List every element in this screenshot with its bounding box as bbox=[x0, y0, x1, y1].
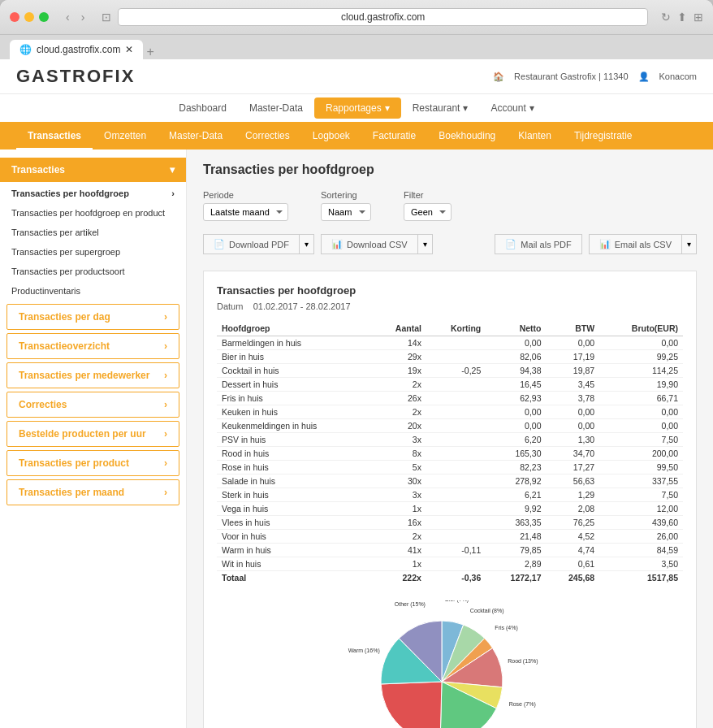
address-bar[interactable] bbox=[118, 8, 648, 26]
restaurant-info[interactable]: Restaurant Gastrofix | 11340 bbox=[514, 72, 628, 81]
sidebar-per-product[interactable]: Transacties per product › bbox=[6, 450, 179, 476]
subnav-omzetten[interactable]: Omzetten bbox=[93, 124, 158, 150]
sidebar-productinventaris-label: Productinventaris bbox=[11, 286, 80, 296]
sidebar-productinventaris[interactable]: Productinventaris bbox=[0, 281, 186, 301]
action-bar: 📄 Download PDF ▾ 📊 Download CSV ▾ bbox=[203, 234, 697, 254]
cell-netto: 79,85 bbox=[486, 544, 546, 557]
sidebar-per-supergroep[interactable]: Transacties per supergroep bbox=[0, 242, 186, 262]
cell-name: PSV in huis bbox=[217, 433, 373, 447]
maximize-dot[interactable] bbox=[39, 12, 49, 22]
sidebar-per-artikel[interactable]: Transacties per artikel bbox=[0, 223, 186, 242]
subnav-master-data[interactable]: Master-Data bbox=[158, 124, 234, 150]
nav-master-data[interactable]: Master-Data bbox=[238, 98, 314, 119]
nav-dashboard[interactable]: Dashboard bbox=[167, 98, 238, 119]
sidebar-correcties-arrow: › bbox=[164, 399, 167, 410]
filter-select[interactable]: Geen bbox=[404, 203, 452, 221]
sidebar-per-maand[interactable]: Transacties per maand › bbox=[6, 479, 179, 505]
sidebar-per-hoofdgroep[interactable]: Transacties per hoofdgroep › bbox=[0, 184, 186, 203]
pie-chart-container: Bier (7%)Cocktail (8%)Fris (4%)Rood (13%… bbox=[217, 600, 683, 728]
close-dot[interactable] bbox=[10, 12, 19, 22]
subnav-klanten[interactable]: Klanten bbox=[507, 124, 563, 150]
sidebar-per-productsoort[interactable]: Transacties per productsoort bbox=[0, 262, 186, 281]
subnav-facturatie[interactable]: Facturatie bbox=[361, 124, 427, 150]
table-row: Vega in huis 1x 9,92 2,08 12,00 bbox=[217, 502, 683, 516]
cell-bruto: 3,50 bbox=[599, 557, 683, 571]
content-area: Transacties ▾ Transacties per hoofdgroep… bbox=[0, 150, 713, 728]
table-row: Dessert in huis 2x 16,45 3,45 19,90 bbox=[217, 378, 683, 392]
sidebar-correcties[interactable]: Correcties › bbox=[6, 392, 179, 418]
cell-bruto: 200,00 bbox=[599, 447, 683, 461]
add-tab-button[interactable]: + bbox=[146, 45, 153, 59]
cell-name: Voor in huis bbox=[217, 530, 373, 544]
cell-aantal: 26x bbox=[373, 392, 426, 405]
cell-korting bbox=[426, 516, 486, 530]
cell-btw: 4,74 bbox=[547, 544, 600, 557]
minimize-dot[interactable] bbox=[24, 12, 34, 22]
email-csv-arrow[interactable]: ▾ bbox=[682, 234, 697, 254]
back-button[interactable]: ‹ bbox=[62, 9, 74, 25]
sidebar-correcties-label: Correcties bbox=[19, 399, 67, 410]
cell-aantal: 3x bbox=[373, 433, 426, 447]
filter-row: Periode Laatste maand Sortering Naam Fil… bbox=[203, 190, 697, 221]
cell-aantal: 20x bbox=[373, 419, 426, 433]
cell-bruto: 439,60 bbox=[599, 516, 683, 530]
pie-label: Other (15%) bbox=[395, 601, 426, 608]
sidebar-per-dag-label: Transacties per dag bbox=[19, 311, 110, 323]
subnav-correcties[interactable]: Correcties bbox=[234, 124, 301, 150]
cell-name: Keuken in huis bbox=[217, 405, 373, 419]
cell-korting bbox=[426, 392, 486, 405]
subnav-boekhouding[interactable]: Boekhouding bbox=[427, 124, 507, 150]
periode-select[interactable]: Laatste maand bbox=[203, 203, 288, 221]
col-netto: Netto bbox=[486, 321, 546, 336]
sidebar-per-medewerker[interactable]: Transacties per medewerker › bbox=[6, 362, 179, 388]
pie-label: Cocktail (8%) bbox=[470, 608, 504, 614]
reader-view-button[interactable]: ⊡ bbox=[102, 11, 111, 24]
subnav-tijdregistratie[interactable]: Tijdregistratie bbox=[563, 124, 644, 150]
email-csv-button[interactable]: 📊 Email als CSV bbox=[589, 234, 682, 254]
page-title: Transacties per hoofdgroep bbox=[203, 162, 697, 177]
sidebar-per-artikel-label: Transacties per artikel bbox=[11, 228, 99, 237]
sidebar-bestelde-producten[interactable]: Bestelde producten per uur › bbox=[6, 421, 179, 447]
tab-favicon: 🌐 bbox=[19, 44, 32, 55]
cell-korting: -0,25 bbox=[426, 364, 486, 378]
cell-aantal: 14x bbox=[373, 336, 426, 350]
table-row: Bier in huis 29x 82,06 17,19 99,25 bbox=[217, 350, 683, 364]
cell-korting bbox=[426, 336, 486, 350]
table-row: Warm in huis 41x -0,11 79,85 4,74 84,59 bbox=[217, 544, 683, 557]
download-pdf-button[interactable]: 📄 Download PDF bbox=[203, 234, 300, 254]
download-csv-arrow[interactable]: ▾ bbox=[418, 234, 433, 254]
new-tab-button[interactable]: ⊞ bbox=[694, 11, 703, 24]
subnav-logboek[interactable]: Logboek bbox=[301, 124, 361, 150]
sidebar-per-medewerker-label: Transacties per medewerker bbox=[19, 370, 149, 381]
sidebar-per-dag[interactable]: Transacties per dag › bbox=[6, 304, 179, 330]
download-csv-button[interactable]: 📊 Download CSV bbox=[321, 234, 418, 254]
nav-account[interactable]: Account ▾ bbox=[479, 98, 545, 119]
sidebar-section-transacties[interactable]: Transacties ▾ bbox=[0, 158, 186, 182]
cell-btw: 17,19 bbox=[547, 350, 600, 364]
subnav-transacties[interactable]: Transacties bbox=[16, 124, 93, 150]
sidebar-per-productsoort-label: Transacties per productsoort bbox=[11, 266, 125, 276]
share-button[interactable]: ⬆ bbox=[677, 11, 687, 24]
download-pdf-arrow[interactable]: ▾ bbox=[300, 234, 314, 254]
cell-btw: 3,45 bbox=[547, 378, 600, 392]
cell-btw: 76,25 bbox=[547, 516, 600, 530]
tab-close-icon[interactable]: ✕ bbox=[125, 44, 133, 55]
download-csv-label: Download CSV bbox=[347, 240, 408, 249]
refresh-button[interactable]: ↻ bbox=[661, 11, 671, 24]
cell-btw: 4,52 bbox=[547, 530, 600, 544]
sortering-select[interactable]: Naam bbox=[321, 203, 371, 221]
cell-netto: 363,35 bbox=[486, 516, 546, 530]
cell-name: Cocktail in huis bbox=[217, 364, 373, 378]
user-info[interactable]: Konacom bbox=[659, 72, 697, 81]
table-header-row: Hoofdgroep Aantal Korting Netto BTW Brut… bbox=[217, 321, 683, 336]
browser-dots bbox=[10, 12, 49, 22]
download-pdf-group: 📄 Download PDF ▾ bbox=[203, 234, 314, 254]
sidebar-per-hoofdgroep-product[interactable]: Transacties per hoofdgroep en product bbox=[0, 203, 186, 223]
nav-restaurant[interactable]: Restaurant ▾ bbox=[401, 98, 480, 119]
active-tab[interactable]: 🌐 cloud.gastrofix.com ✕ bbox=[10, 40, 143, 59]
cell-name: Vlees in huis bbox=[217, 516, 373, 530]
mail-pdf-button[interactable]: 📄 Mail als PDF bbox=[495, 234, 581, 254]
nav-rapportages[interactable]: Rapportages ▾ bbox=[314, 98, 401, 119]
sidebar-overzicht[interactable]: Transactieoverzicht › bbox=[6, 333, 179, 359]
forward-button[interactable]: › bbox=[77, 9, 89, 25]
